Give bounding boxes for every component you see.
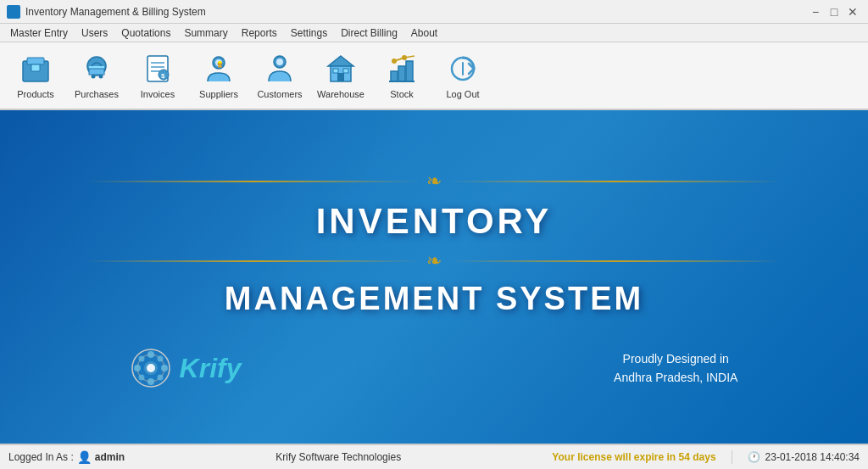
svg-text:$: $ (161, 72, 165, 80)
purchases-button[interactable]: Purchases (68, 45, 125, 106)
stock-icon (385, 52, 419, 86)
menu-summary[interactable]: Summary (177, 25, 234, 41)
logged-in-label: Logged In As : (8, 451, 74, 463)
status-divider (732, 450, 732, 464)
status-right: Your license will expire in 54 days 🕐 23… (552, 450, 860, 464)
svg-rect-26 (406, 61, 413, 81)
line-left2 (86, 260, 420, 262)
products-button[interactable]: Products (7, 45, 64, 106)
svg-point-42 (138, 375, 144, 381)
products-label: Products (17, 89, 53, 99)
status-bar: Logged In As : 👤 admin Krify Software Te… (0, 444, 868, 469)
tagline-line1: Proudly Designed in (614, 349, 737, 368)
minimize-button[interactable]: − (807, 3, 824, 20)
hero-title-inventory: INVENTORY (316, 201, 553, 242)
svg-point-41 (157, 356, 163, 362)
clock-icon: 🕐 (748, 451, 760, 463)
svg-rect-24 (391, 71, 398, 81)
window-title: Inventory Management & Billing System (25, 6, 807, 18)
menu-about[interactable]: About (404, 25, 444, 41)
status-center: Krify Software Technologies (125, 451, 552, 463)
hero-section: ❧ INVENTORY ❧ MANAGEMENT SYSTEM (0, 110, 868, 444)
svg-point-44 (147, 364, 155, 372)
logout-button[interactable]: Log Out (434, 45, 492, 106)
datetime: 23-01-2018 14:40:34 (765, 451, 860, 463)
brand-name: Krify (180, 353, 242, 384)
license-warning: Your license will expire in 54 days (552, 451, 715, 463)
svg-rect-23 (343, 69, 348, 73)
svg-text:👷: 👷 (216, 60, 224, 68)
purchases-label: Purchases (75, 89, 119, 99)
invoices-icon: $ (141, 52, 175, 86)
menu-direct-billing[interactable]: Direct Billing (334, 25, 404, 41)
purchases-icon (80, 52, 114, 86)
line-right2 (448, 260, 782, 262)
svg-point-38 (134, 365, 141, 371)
products-icon (19, 52, 53, 86)
brand-area: Krify Proudly Designed in Andhra Pradesh… (131, 348, 738, 388)
svg-rect-1 (27, 58, 44, 64)
svg-point-36 (147, 351, 154, 358)
menu-quotations[interactable]: Quotations (114, 25, 177, 41)
warehouse-icon (324, 52, 358, 86)
svg-point-37 (147, 378, 154, 385)
krify-logo-icon (131, 348, 171, 388)
toolbar: Products Purchases $ (0, 42, 868, 110)
stock-button[interactable]: Stock (373, 45, 431, 106)
company-name: Krify Software Technologies (275, 451, 401, 463)
decorative-line-middle: ❧ (86, 250, 781, 272)
menu-users[interactable]: Users (75, 25, 114, 41)
svg-point-18 (276, 59, 283, 65)
customers-label: Customers (257, 89, 302, 99)
hero-title-management: MANAGEMENT SYSTEM (225, 281, 643, 317)
svg-marker-19 (328, 56, 353, 66)
line-left (86, 181, 420, 182)
ornament-left: ❧ (426, 170, 442, 193)
close-button[interactable]: ✕ (844, 3, 861, 20)
menu-master-entry[interactable]: Master Entry (3, 25, 75, 41)
tagline-line2: Andhra Pradesh, INDIA (614, 368, 737, 387)
app-icon (7, 5, 20, 19)
suppliers-button[interactable]: 👷 Suppliers (190, 45, 248, 106)
menu-bar: Master Entry Users Quotations Summary Re… (0, 24, 868, 42)
logout-label: Log Out (446, 89, 479, 99)
suppliers-label: Suppliers (199, 89, 238, 99)
invoices-label: Invoices (141, 89, 175, 99)
title-bar: Inventory Management & Billing System − … (0, 0, 868, 24)
decorative-line-top: ❧ (86, 170, 781, 193)
user-icon: 👤 (77, 450, 92, 464)
brand-tagline: Proudly Designed in Andhra Pradesh, INDI… (614, 349, 737, 388)
brand-logo: Krify (131, 348, 242, 388)
customers-icon (263, 52, 297, 86)
logout-icon (446, 52, 480, 86)
svg-rect-2 (31, 64, 40, 71)
maximize-button[interactable]: □ (826, 3, 843, 20)
line-right (448, 181, 782, 182)
svg-point-40 (138, 356, 144, 362)
svg-rect-21 (337, 73, 344, 81)
svg-rect-7 (89, 69, 104, 75)
svg-point-43 (157, 375, 163, 381)
warehouse-button[interactable]: Warehouse (312, 45, 370, 106)
customers-button[interactable]: Customers (251, 45, 309, 106)
svg-rect-25 (398, 66, 405, 81)
ornament-left2: ❧ (426, 250, 442, 272)
hero-content: ❧ INVENTORY ❧ MANAGEMENT SYSTEM (0, 110, 868, 444)
menu-settings[interactable]: Settings (284, 25, 334, 41)
username: admin (95, 451, 125, 463)
suppliers-icon: 👷 (202, 52, 236, 86)
logged-in-section: Logged In As : 👤 admin (8, 450, 125, 464)
warehouse-label: Warehouse (317, 89, 364, 99)
svg-rect-22 (333, 69, 338, 73)
svg-point-39 (161, 365, 168, 371)
stock-label: Stock (390, 89, 414, 99)
window-controls: − □ ✕ (807, 3, 861, 20)
menu-reports[interactable]: Reports (235, 25, 284, 41)
invoices-button[interactable]: $ Invoices (129, 45, 186, 106)
